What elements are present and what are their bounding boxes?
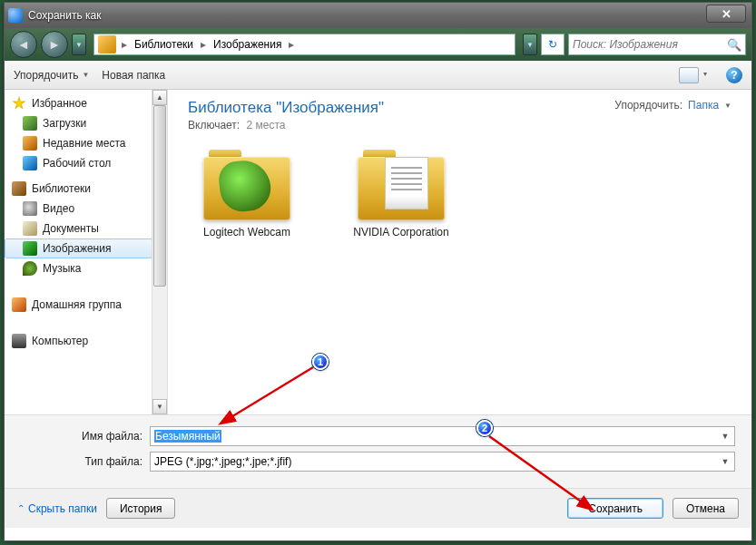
music-icon xyxy=(23,261,37,276)
refresh-button[interactable]: ↻ xyxy=(541,34,565,55)
folder-label: NVIDIA Corporation xyxy=(342,226,460,239)
homegroup-icon xyxy=(12,297,26,312)
app-icon xyxy=(8,8,23,23)
view-mode-button[interactable] xyxy=(679,67,699,83)
arrange-by[interactable]: Упорядочить: Папка ▼ xyxy=(614,99,731,112)
breadcrumb-images[interactable]: Изображения xyxy=(208,34,287,54)
documents-icon xyxy=(23,221,37,236)
annotation-marker-1: 1 xyxy=(312,354,329,370)
sidebar-libraries[interactable]: Библиотеки xyxy=(5,179,152,199)
scroll-down-button[interactable]: ▼ xyxy=(152,399,167,414)
titlebar: Сохранить как ✕ xyxy=(5,3,751,28)
filename-input[interactable]: Безымянный ▼ xyxy=(150,426,735,446)
sidebar: Избранное Загрузки Недавние места Рабочи… xyxy=(5,90,168,414)
breadcrumb[interactable]: ▸ Библиотеки ▸ Изображения ▸ xyxy=(93,34,515,55)
history-button[interactable]: История xyxy=(106,498,176,519)
hide-folders-link[interactable]: ⌃ Скрыть папки xyxy=(17,502,97,515)
chevron-right-icon: ▸ xyxy=(199,38,208,51)
location-icon xyxy=(98,35,116,54)
sidebar-homegroup[interactable]: Домашняя группа xyxy=(5,295,152,315)
sidebar-downloads[interactable]: Загрузки xyxy=(5,113,152,133)
window-title: Сохранить как xyxy=(28,9,101,22)
breadcrumb-dropdown[interactable]: ▼ xyxy=(523,34,537,55)
filename-panel: Имя файла: Безымянный ▼ Тип файла: JPEG … xyxy=(5,414,751,488)
filetype-value: JPEG (*.jpg;*.jpeg;*.jpe;*.jfif) xyxy=(154,455,291,468)
annotation-marker-2: 2 xyxy=(476,420,493,436)
organize-menu[interactable]: Упорядочить ▼ xyxy=(14,69,89,82)
downloads-icon xyxy=(23,116,37,131)
images-icon xyxy=(23,241,37,256)
search-icon: 🔍 xyxy=(727,38,741,52)
save-button[interactable]: Сохранить xyxy=(567,498,663,519)
main-area: Избранное Загрузки Недавние места Рабочи… xyxy=(5,90,751,414)
sidebar-video[interactable]: Видео xyxy=(5,199,152,219)
sidebar-favorites[interactable]: Избранное xyxy=(5,93,152,113)
chevron-up-icon: ⌃ xyxy=(17,503,25,513)
sidebar-documents[interactable]: Документы xyxy=(5,219,152,238)
forward-button[interactable]: ► xyxy=(41,31,68,58)
folder-icon xyxy=(358,148,445,220)
library-subtitle: Включает: 2 места xyxy=(188,119,384,131)
folder-logitech-webcam[interactable]: Logitech Webcam xyxy=(188,148,306,239)
close-button[interactable]: ✕ xyxy=(706,5,746,23)
scroll-thumb[interactable] xyxy=(153,105,166,287)
chevron-down-icon: ▼ xyxy=(724,102,731,110)
toolbar: Упорядочить ▼ Новая папка ? xyxy=(5,61,751,90)
library-title: Библиотека "Изображения" xyxy=(188,99,384,117)
history-dropdown[interactable]: ▼ xyxy=(72,34,86,55)
sidebar-recent[interactable]: Недавние места xyxy=(5,133,152,153)
back-button[interactable]: ◄ xyxy=(10,31,37,58)
sidebar-music[interactable]: Музыка xyxy=(5,258,152,278)
search-input[interactable] xyxy=(573,38,727,51)
filetype-label: Тип файла: xyxy=(21,455,150,468)
file-list: Библиотека "Изображения" Включает: 2 мес… xyxy=(168,90,751,414)
footer: ⌃ Скрыть папки История Сохранить Отмена xyxy=(5,488,751,528)
save-as-dialog: Сохранить как ✕ ◄ ► ▼ ▸ Библиотеки ▸ Изо… xyxy=(4,2,752,541)
folder-thumbnail xyxy=(385,157,428,209)
new-folder-button[interactable]: Новая папка xyxy=(102,69,165,82)
cancel-button[interactable]: Отмена xyxy=(673,498,739,519)
sidebar-images[interactable]: Изображения xyxy=(5,238,152,258)
scroll-up-button[interactable]: ▲ xyxy=(152,90,167,105)
locations-link[interactable]: 2 места xyxy=(247,119,286,131)
libraries-icon xyxy=(12,181,26,196)
new-folder-label: Новая папка xyxy=(102,69,165,82)
sidebar-desktop[interactable]: Рабочий стол xyxy=(5,153,152,173)
nav-bar: ◄ ► ▼ ▸ Библиотеки ▸ Изображения ▸ ▼ ↻ 🔍 xyxy=(5,28,751,61)
computer-icon xyxy=(12,334,26,348)
chevron-down-icon[interactable]: ▼ xyxy=(718,454,732,469)
folder-label: Logitech Webcam xyxy=(188,226,306,239)
filetype-select[interactable]: JPEG (*.jpg;*.jpeg;*.jpe;*.jfif) ▼ xyxy=(150,452,735,472)
sidebar-scrollbar[interactable]: ▲ ▼ xyxy=(152,90,167,414)
breadcrumb-libraries[interactable]: Библиотеки xyxy=(129,34,199,54)
filename-value: Безымянный xyxy=(154,430,221,443)
sidebar-computer[interactable]: Компьютер xyxy=(5,331,152,351)
search-box[interactable]: 🔍 xyxy=(568,34,746,55)
filename-label: Имя файла: xyxy=(21,430,150,443)
chevron-right-icon: ▸ xyxy=(120,38,129,51)
star-icon xyxy=(12,96,26,111)
recent-icon xyxy=(23,136,37,151)
help-button[interactable]: ? xyxy=(726,67,742,83)
chevron-down-icon[interactable]: ▼ xyxy=(718,429,732,443)
desktop-icon xyxy=(23,156,37,170)
folder-nvidia-corporation[interactable]: NVIDIA Corporation xyxy=(342,148,460,239)
organize-label: Упорядочить xyxy=(14,69,78,82)
folder-icon xyxy=(203,148,290,220)
chevron-down-icon: ▼ xyxy=(82,71,89,79)
video-icon xyxy=(23,201,37,216)
chevron-right-icon: ▸ xyxy=(287,38,296,51)
